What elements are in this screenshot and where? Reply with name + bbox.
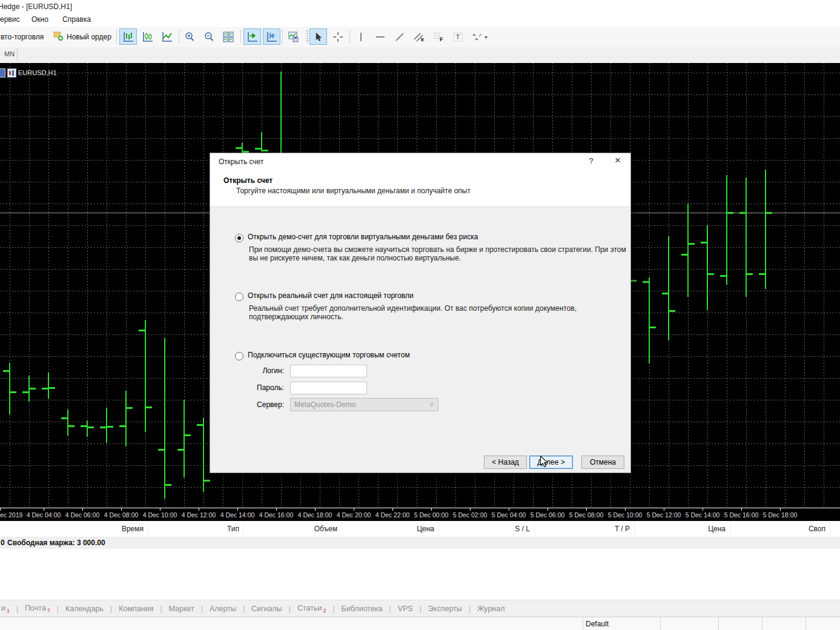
chart-candles-button[interactable] xyxy=(139,28,156,45)
toolbox-tab-Эксперты[interactable]: Эксперты xyxy=(422,605,469,613)
column-separator xyxy=(243,522,244,537)
cursor-tool-button[interactable] xyxy=(309,28,327,45)
time-axis-label: 5 Dec 08:00 xyxy=(569,511,604,519)
toolbar-separator xyxy=(116,30,117,44)
column-header[interactable]: Своп xyxy=(809,525,825,533)
window-titlebar: Hedge - [EURUSD,H1] xyxy=(0,0,840,13)
time-axis-label: 4 Dec 14:00 xyxy=(220,511,255,519)
dialog-close-button[interactable]: × xyxy=(610,154,626,167)
radio-real-label[interactable]: Открыть реальный счет для настоящей торг… xyxy=(248,291,414,300)
autoscroll-button[interactable] xyxy=(263,28,280,45)
toolbox-tab-Почта[interactable]: Почта7 xyxy=(18,604,57,614)
tab-unread-badge: 2 xyxy=(323,608,326,614)
cancel-button[interactable]: Отмена xyxy=(581,456,624,469)
column-header[interactable]: Объем xyxy=(314,525,337,533)
menu-help[interactable]: Справка xyxy=(62,15,91,24)
column-separator xyxy=(830,522,830,537)
period-mn-button[interactable]: MN xyxy=(2,50,17,58)
toolbox-tab-Библиотека[interactable]: Библиотека xyxy=(335,605,389,613)
account-summary-row: 0 Свободная маржа: 3 000.00 xyxy=(0,537,840,549)
crosshair-tool-button[interactable] xyxy=(329,28,346,45)
time-axis-label: 4 Dec 06:00 xyxy=(65,511,100,519)
toolbar-drag-handle[interactable] xyxy=(306,30,308,43)
toolbox-tab-Компания[interactable]: Компания xyxy=(112,605,160,613)
radio-demo-label[interactable]: Открыть демо-счет для торговли виртуальн… xyxy=(248,233,478,241)
tab-unread-badge: 1 xyxy=(7,608,10,614)
menu-window[interactable]: Окно xyxy=(31,15,48,24)
time-axis-label: 4 Dec 04:00 xyxy=(27,511,61,519)
toolbox-tabs-bar: и1|Почта7|Календарь|Компания|Маркет|Алер… xyxy=(0,600,840,617)
toolbox-tab-и[interactable]: и1 xyxy=(0,604,16,614)
horizontal-line-tool-button[interactable] xyxy=(371,28,389,45)
svg-text:F: F xyxy=(440,36,443,42)
status-bar: Default xyxy=(0,617,840,630)
trendline-tool-button[interactable] xyxy=(391,28,408,45)
chevron-down-icon: ∨ xyxy=(429,400,434,408)
column-header[interactable]: T / P xyxy=(615,525,630,533)
toolbox-tab-Алерты[interactable]: Алерты xyxy=(203,605,243,613)
chart-bars-button[interactable] xyxy=(119,28,137,45)
column-header[interactable]: S / L xyxy=(515,525,530,533)
fibonacci-tool-button[interactable]: F xyxy=(429,28,447,45)
radio-existing-label[interactable]: Подключиться существующим торговым счето… xyxy=(248,351,410,359)
chart-window-icon xyxy=(0,68,5,78)
column-header[interactable]: Тип xyxy=(227,525,239,533)
toolbox-tab-VPS[interactable]: VPS xyxy=(391,605,420,613)
radio-real-account[interactable] xyxy=(235,293,243,301)
toolbar-separator xyxy=(240,30,241,44)
server-label: Сервер: xyxy=(230,400,284,409)
column-header[interactable]: Время xyxy=(122,525,144,533)
server-select-value: MetaQuotes-Demo xyxy=(294,400,356,409)
column-separator xyxy=(342,522,342,537)
column-header[interactable]: Цена xyxy=(708,525,726,533)
chart-line-button[interactable] xyxy=(158,28,176,45)
period-bar-separator xyxy=(17,49,18,61)
toolbox-body xyxy=(0,549,840,600)
menu-service[interactable]: ервис xyxy=(0,15,19,24)
column-separator xyxy=(438,522,439,537)
tile-windows-button[interactable] xyxy=(219,28,237,45)
time-axis-label: 5 Dec 14:00 xyxy=(686,511,720,519)
zoom-in-button[interactable] xyxy=(180,28,198,45)
dialog-header-subtitle: Торгуйте настоящими или виртуальными ден… xyxy=(236,187,471,195)
password-input[interactable] xyxy=(290,382,367,394)
chart-mini-icon xyxy=(7,68,16,78)
radio-existing-account[interactable] xyxy=(235,352,243,360)
toolbox-tab-Маркет[interactable]: Маркет xyxy=(162,605,201,613)
text-tool-button[interactable]: T xyxy=(449,28,466,45)
time-axis-label: 5 Dec 16:00 xyxy=(724,511,759,519)
time-axis-label: 4 Dec 16:00 xyxy=(259,511,294,519)
svg-text:E: E xyxy=(421,37,425,42)
real-desc-line2: подтверждающих личность. xyxy=(249,313,343,321)
statusbar-separator xyxy=(762,617,762,630)
next-button[interactable]: Далее > xyxy=(529,456,573,469)
new-order-button[interactable]: Новый ордер xyxy=(51,28,114,45)
arrows-tool-button[interactable] xyxy=(468,28,492,45)
column-header[interactable]: Цена xyxy=(417,525,434,533)
time-axis-label: 5 Dec 12:00 xyxy=(647,511,681,519)
dialog-help-button[interactable]: ? xyxy=(584,156,598,165)
vertical-line-tool-button[interactable] xyxy=(352,28,369,45)
back-button[interactable]: < Назад xyxy=(484,456,527,469)
equidistant-channel-tool-button[interactable]: E xyxy=(410,28,428,45)
column-separator xyxy=(634,522,635,537)
server-select[interactable]: MetaQuotes-Demo ∨ xyxy=(290,398,438,411)
toolbar-separator xyxy=(282,30,283,44)
column-separator xyxy=(534,522,535,537)
radio-demo-account[interactable] xyxy=(235,234,243,242)
autotrade-button-label[interactable]: вто-торговля xyxy=(1,33,44,41)
toolbox-tab-Календарь[interactable]: Календарь xyxy=(59,605,110,613)
templates-button[interactable] xyxy=(285,28,302,45)
dialog-title: Открыть счет xyxy=(219,158,263,166)
shift-chart-button[interactable] xyxy=(243,28,261,45)
toolbar-separator xyxy=(179,30,179,44)
profile-indicator[interactable]: Default xyxy=(586,620,609,628)
toolbox-tab-Статьи[interactable]: Статьи2 xyxy=(291,604,333,614)
demo-desc-line1: При помощи демо-счета вы сможете научить… xyxy=(249,245,626,254)
time-axis-label: 4 Dec 08:00 xyxy=(104,511,139,519)
login-input[interactable] xyxy=(290,365,367,377)
toolbox-tab-Сигналы[interactable]: Сигналы xyxy=(245,605,289,613)
zoom-out-button[interactable] xyxy=(200,28,217,45)
toolbox-tab-Журнал[interactable]: Журнал xyxy=(471,605,512,613)
demo-desc-line2: вы не рискуете ничем, так как деньги пол… xyxy=(249,254,461,262)
